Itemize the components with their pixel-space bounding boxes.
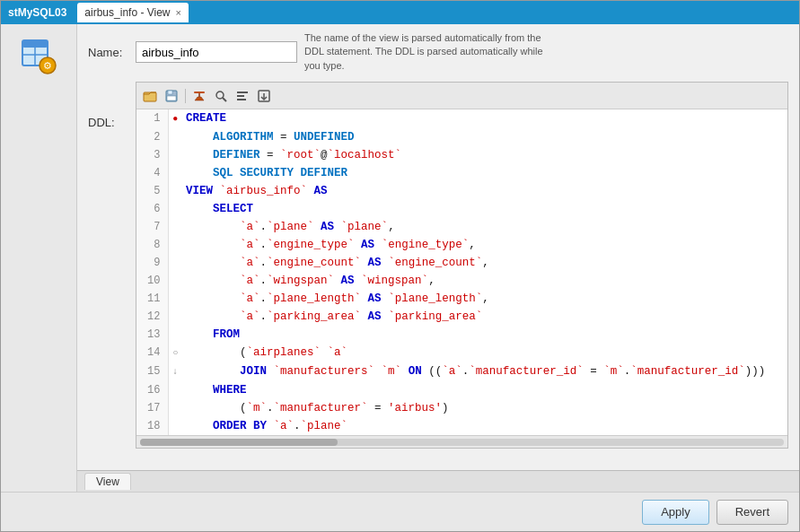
line-code: (`airplanes` `a` <box>182 344 787 362</box>
svg-rect-16 <box>237 99 246 100</box>
line-number: 13 <box>136 326 168 344</box>
line-code: DEFINER = `root`@`localhost` <box>182 146 787 164</box>
line-number: 3 <box>136 146 168 164</box>
line-code: ORDER BY `a`.`plane` <box>182 417 787 435</box>
format-button[interactable] <box>233 86 252 106</box>
code-table: 1 ● CREATE 2 ALGORITHM = UNDEFINED 3 DEF… <box>136 109 787 435</box>
line-marker <box>168 308 182 326</box>
line-number: 7 <box>136 218 168 236</box>
footer: Apply Revert <box>1 492 799 531</box>
app-name: stMySQL03 <box>8 6 66 19</box>
apply-button[interactable]: Apply <box>642 500 709 525</box>
table-row: 1 ● CREATE <box>136 109 787 128</box>
table-row: 18 ORDER BY `a`.`plane` <box>136 417 787 435</box>
title-bar: stMySQL03 airbus_info - View × <box>1 1 799 24</box>
revert-button[interactable]: Revert <box>716 500 788 525</box>
svg-rect-10 <box>194 92 205 93</box>
table-row: 13 FROM <box>136 326 787 344</box>
line-marker <box>168 218 182 236</box>
table-row: 9 `a`.`engine_count` AS `engine_count`, <box>136 254 787 272</box>
line-number: 2 <box>136 128 168 146</box>
open-file-button[interactable] <box>140 86 160 106</box>
line-marker <box>168 272 182 290</box>
scrollbar-track[interactable] <box>140 439 784 446</box>
search-button[interactable] <box>211 86 231 106</box>
line-marker <box>168 146 182 164</box>
editor-panel: 1 ● CREATE 2 ALGORITHM = UNDEFINED 3 DEF… <box>136 82 788 449</box>
table-row: 14 ○ (`airplanes` `a` <box>136 344 787 362</box>
svg-rect-14 <box>237 92 248 93</box>
line-code: ALGORITHM = UNDEFINED <box>182 128 787 146</box>
bottom-tab-bar: View <box>77 470 799 492</box>
line-number: 5 <box>136 182 168 200</box>
line-code: (`m`.`manufacturer` = 'airbus') <box>182 399 787 417</box>
table-row: 15 ↓ JOIN `manufacturers` `m` ON ((`a`.`… <box>136 362 787 381</box>
line-marker <box>168 254 182 272</box>
svg-line-13 <box>223 98 226 101</box>
line-marker: ↓ <box>168 362 182 381</box>
view-icon: ⚙ <box>13 31 64 82</box>
line-number: 16 <box>136 381 168 399</box>
content-area: Name: The name of the view is parsed aut… <box>77 24 799 492</box>
line-marker <box>168 164 182 182</box>
save-button[interactable] <box>162 86 181 106</box>
line-marker <box>168 290 182 308</box>
ddl-label: DDL: <box>88 82 128 129</box>
table-row: 4 SQL SECURITY DEFINER <box>136 164 787 182</box>
line-code: VIEW `airbus_info` AS <box>182 182 787 200</box>
line-code: `a`.`wingspan` AS `wingspan`, <box>182 272 787 290</box>
scrollbar-thumb[interactable] <box>140 439 338 446</box>
name-label: Name: <box>88 46 128 59</box>
line-number: 17 <box>136 399 168 417</box>
view-tab[interactable]: View <box>84 473 131 490</box>
table-row: 16 WHERE <box>136 381 787 399</box>
table-row: 12 `a`.`parking_area` AS `parking_area` <box>136 308 787 326</box>
line-code: JOIN `manufacturers` `m` ON ((`a`.`manuf… <box>182 362 787 381</box>
svg-rect-1 <box>22 40 48 48</box>
line-number: 14 <box>136 344 168 362</box>
toolbar-sep-1 <box>185 89 186 103</box>
sidebar: ⚙ <box>1 24 77 492</box>
line-number: 6 <box>136 200 168 218</box>
line-code: `a`.`plane` AS `plane`, <box>182 218 787 236</box>
table-row: 2 ALGORITHM = UNDEFINED <box>136 128 787 146</box>
line-code: WHERE <box>182 381 787 399</box>
name-hint: The name of the view is parsed automatic… <box>304 31 556 73</box>
name-row: Name: The name of the view is parsed aut… <box>77 24 799 80</box>
tab-label: airbus_info - View <box>84 6 170 19</box>
line-marker: ● <box>168 109 182 128</box>
name-input[interactable] <box>136 41 297 63</box>
line-number: 9 <box>136 254 168 272</box>
line-code: CREATE <box>182 109 787 128</box>
line-code: SELECT <box>182 200 787 218</box>
svg-rect-8 <box>168 91 172 94</box>
code-editor[interactable]: 1 ● CREATE 2 ALGORITHM = UNDEFINED 3 DEF… <box>136 109 787 435</box>
line-marker <box>168 399 182 417</box>
table-row: 11 `a`.`plane_length` AS `plane_length`, <box>136 290 787 308</box>
line-code: SQL SECURITY DEFINER <box>182 164 787 182</box>
svg-point-12 <box>216 92 224 99</box>
line-code: `a`.`plane_length` AS `plane_length`, <box>182 290 787 308</box>
line-number: 18 <box>136 417 168 435</box>
line-marker <box>168 182 182 200</box>
line-code: `a`.`engine_count` AS `engine_count`, <box>182 254 787 272</box>
active-tab[interactable]: airbus_info - View × <box>77 3 189 22</box>
table-row: 8 `a`.`engine_type` AS `engine_type`, <box>136 236 787 254</box>
import-button[interactable] <box>254 86 274 106</box>
line-code: `a`.`parking_area` AS `parking_area` <box>182 308 787 326</box>
clear-button[interactable] <box>189 86 209 106</box>
line-number: 1 <box>136 109 168 128</box>
line-number: 8 <box>136 236 168 254</box>
table-row: 7 `a`.`plane` AS `plane`, <box>136 218 787 236</box>
table-row: 6 SELECT <box>136 200 787 218</box>
line-marker <box>168 326 182 344</box>
tab-close-icon[interactable]: × <box>176 8 181 18</box>
line-number: 4 <box>136 164 168 182</box>
ddl-row: DDL: <box>77 80 799 470</box>
line-number: 10 <box>136 272 168 290</box>
line-marker <box>168 381 182 399</box>
svg-rect-15 <box>237 95 244 97</box>
line-code: `a`.`engine_type` AS `engine_type`, <box>182 236 787 254</box>
horizontal-scrollbar[interactable] <box>136 435 787 448</box>
line-number: 15 <box>136 362 168 381</box>
